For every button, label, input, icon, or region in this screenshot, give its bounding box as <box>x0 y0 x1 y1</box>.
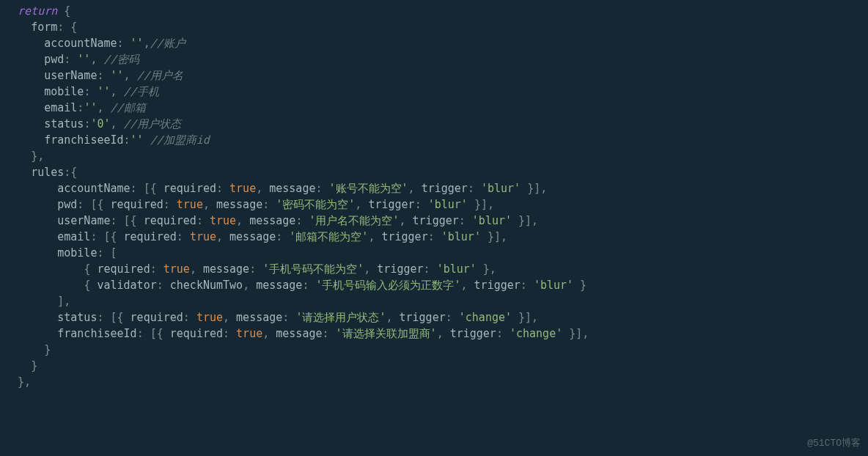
code-editor[interactable]: return { form: { accountName: '',//账户 pw… <box>0 0 868 393</box>
watermark: @51CTO博客 <box>807 435 861 452</box>
